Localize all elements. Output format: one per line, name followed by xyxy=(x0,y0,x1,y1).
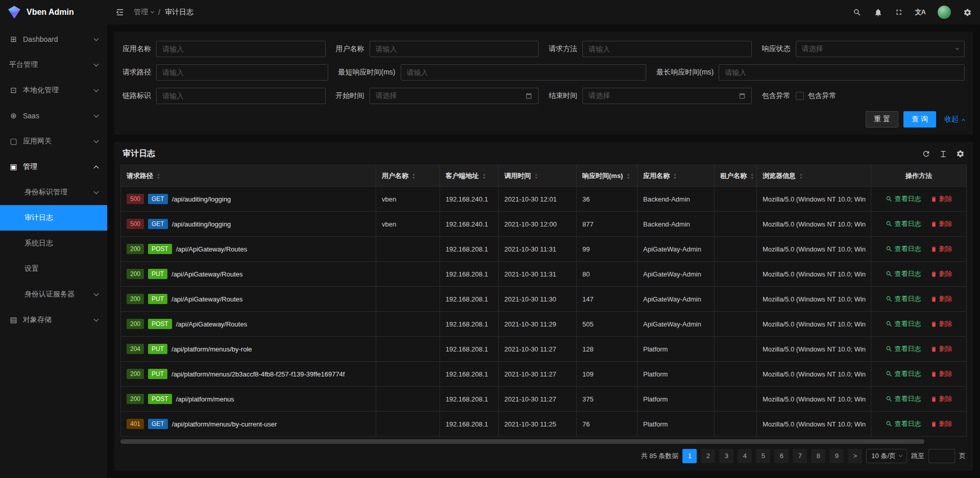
request-path-input[interactable] xyxy=(156,64,328,81)
response-status-select[interactable]: 请选择 xyxy=(796,41,965,57)
sort-icons[interactable]: ▲▼ xyxy=(673,172,677,180)
search-icon[interactable] xyxy=(853,8,862,17)
page-button-9[interactable]: 9 xyxy=(829,449,844,463)
end-time-picker[interactable]: 请选择 xyxy=(582,88,752,104)
start-time-picker[interactable]: 请选择 xyxy=(370,88,539,104)
translate-icon[interactable]: 文A xyxy=(915,8,925,17)
sidebar-item-platform[interactable]: 平台管理 xyxy=(0,52,107,78)
sort-icons[interactable]: ▲▼ xyxy=(157,172,160,180)
user-name-input[interactable] xyxy=(370,41,539,57)
chevron-down-icon xyxy=(94,36,99,41)
delete-button[interactable]: 删除 xyxy=(930,394,952,404)
tenant-name-cell xyxy=(715,312,757,337)
page-button-1[interactable]: 1 xyxy=(682,449,697,463)
page-button-8[interactable]: 8 xyxy=(811,449,825,463)
column-header-user-name[interactable]: 用户名称▲▼ xyxy=(376,165,440,187)
delete-button[interactable]: 删除 xyxy=(930,269,952,279)
delete-button[interactable]: 删除 xyxy=(930,344,952,354)
delete-button[interactable]: 删除 xyxy=(930,369,952,379)
view-log-button[interactable]: 查看日志 xyxy=(886,194,921,204)
request-path: /api/ApiGateway/Routes xyxy=(172,295,242,303)
sort-icons[interactable]: ▲▼ xyxy=(482,172,486,180)
table-row: 200POST/api/ApiGateway/Routes192.168.208… xyxy=(121,312,967,337)
column-settings-gear-icon[interactable] xyxy=(956,149,965,158)
sidebar-item-auth-server[interactable]: 身份认证服务器 xyxy=(0,282,107,307)
sort-icons[interactable]: ▲▼ xyxy=(626,172,630,180)
page-size-select[interactable]: 10 条/页 xyxy=(866,449,907,463)
breadcrumb-parent[interactable]: 管理 xyxy=(134,8,154,17)
tenant-name-cell xyxy=(715,287,757,312)
page-button-7[interactable]: 7 xyxy=(793,449,807,463)
delete-button[interactable]: 删除 xyxy=(930,419,952,429)
horizontal-scrollbar[interactable] xyxy=(120,439,967,444)
sort-icons[interactable]: ▲▼ xyxy=(799,172,803,180)
table-header-row: 请求路径▲▼ 用户名称▲▼ 客户端地址▲▼ 调用时间▲▼ 响应时间(ms)▲▼ … xyxy=(121,165,967,187)
jump-page-input[interactable] xyxy=(928,449,955,463)
column-header-client-address[interactable]: 客户端地址▲▼ xyxy=(440,165,499,187)
delete-button[interactable]: 删除 xyxy=(930,319,952,329)
user-name-cell: vben xyxy=(376,212,440,237)
sidebar-item-object-storage[interactable]: ▤ 对象存储 xyxy=(0,307,107,333)
view-log-button[interactable]: 查看日志 xyxy=(886,394,921,404)
request-path-cell: 200POST/api/ApiGateway/Routes xyxy=(121,312,376,337)
page-button-3[interactable]: 3 xyxy=(719,449,733,463)
delete-button[interactable]: 删除 xyxy=(930,194,952,204)
sidebar-item-identity-management[interactable]: 身份标识管理 xyxy=(0,180,107,205)
sidebar-item-settings[interactable]: 设置 xyxy=(0,256,107,282)
refresh-icon[interactable] xyxy=(922,149,930,158)
app-logo[interactable]: Vben Admin xyxy=(0,0,107,24)
sidebar-item-gateway[interactable]: ▢ 应用网关 xyxy=(0,129,107,154)
page-button-5[interactable]: 5 xyxy=(756,449,770,463)
reset-button[interactable]: 重 置 xyxy=(866,111,898,128)
jump-label: 跳至 xyxy=(911,451,924,461)
sort-icons[interactable]: ▲▼ xyxy=(412,172,415,180)
column-header-browser-info[interactable]: 浏览器信息▲▼ xyxy=(757,165,871,187)
view-log-button[interactable]: 查看日志 xyxy=(886,344,921,354)
next-page-button[interactable]: > xyxy=(848,449,862,463)
fullscreen-icon[interactable] xyxy=(895,8,903,16)
sidebar-item-admin[interactable]: ▣ 管理 xyxy=(0,154,107,180)
page-button-2[interactable]: 2 xyxy=(701,449,715,463)
scrollbar-thumb[interactable] xyxy=(120,439,924,444)
sort-icons[interactable]: ▲▼ xyxy=(534,172,538,180)
view-log-button[interactable]: 查看日志 xyxy=(886,319,921,329)
delete-button[interactable]: 删除 xyxy=(930,244,952,254)
page-button-4[interactable]: 4 xyxy=(738,449,752,463)
column-header-call-time[interactable]: 调用时间▲▼ xyxy=(499,165,577,187)
http-method-input[interactable] xyxy=(582,41,752,57)
delete-button[interactable]: 删除 xyxy=(930,294,952,304)
sidebar-item-saas[interactable]: ⊕ Saas xyxy=(0,103,107,129)
delete-button[interactable]: 删除 xyxy=(930,219,952,229)
column-header-app-name[interactable]: 应用名称▲▼ xyxy=(638,165,715,187)
menu-fold-icon[interactable] xyxy=(115,8,125,17)
sort-icons[interactable]: ▲▼ xyxy=(750,172,754,180)
column-header-request-path[interactable]: 请求路径▲▼ xyxy=(121,165,376,187)
sidebar-item-dashboard[interactable]: ⊞ Dashboard xyxy=(0,27,107,52)
status-badge: 200 xyxy=(127,269,144,279)
notification-bell-icon[interactable] xyxy=(874,8,883,17)
avatar[interactable] xyxy=(938,6,951,19)
sidebar-item-localization[interactable]: ⊡ 本地化管理 xyxy=(0,78,107,103)
view-log-button[interactable]: 查看日志 xyxy=(886,419,921,429)
column-header-tenant-name[interactable]: 租户名称▲▼ xyxy=(715,165,757,187)
gear-icon[interactable] xyxy=(963,8,972,17)
page-button-6[interactable]: 6 xyxy=(774,449,789,463)
view-log-button[interactable]: 查看日志 xyxy=(886,244,921,254)
min-response-time-input[interactable] xyxy=(401,64,647,81)
has-exception-checkbox[interactable] xyxy=(796,92,804,100)
view-log-button[interactable]: 查看日志 xyxy=(886,219,921,229)
max-response-time-input[interactable] xyxy=(719,64,965,81)
field-label: 用户名称 xyxy=(336,44,364,54)
column-header-response-time[interactable]: 响应时间(ms)▲▼ xyxy=(577,165,638,187)
view-log-button[interactable]: 查看日志 xyxy=(886,369,921,379)
query-button[interactable]: 查 询 xyxy=(903,111,936,128)
app-name-input[interactable] xyxy=(156,41,326,57)
sidebar-item-audit-log[interactable]: 审计日志 xyxy=(0,205,107,231)
call-time-cell: 2021-10-30 11:31 xyxy=(499,262,577,287)
collapse-link[interactable]: 收起 xyxy=(944,115,965,124)
trace-id-input[interactable] xyxy=(156,88,326,104)
row-height-icon[interactable] xyxy=(939,150,947,158)
view-log-button[interactable]: 查看日志 xyxy=(886,294,921,304)
view-log-button[interactable]: 查看日志 xyxy=(886,269,921,279)
sidebar-item-system-log[interactable]: 系统日志 xyxy=(0,231,107,256)
